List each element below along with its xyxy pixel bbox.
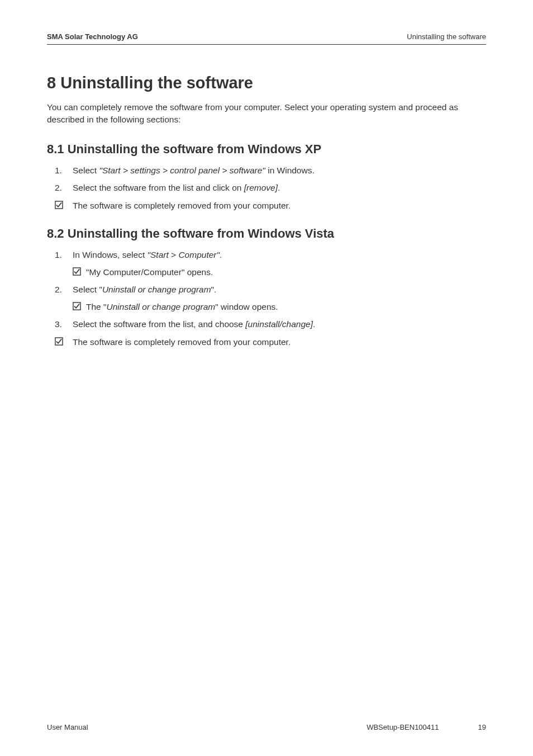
text-after: . xyxy=(220,250,222,259)
footer-right: WBSetup-BEN100411 19 xyxy=(367,723,486,731)
sub-text: "My Computer/Computer" opens. xyxy=(86,266,486,278)
list-item: 1. In Windows, select "Start > Computer"… xyxy=(47,249,486,278)
heading-8-1: 8.1 Uninstalling the software from Windo… xyxy=(47,142,486,157)
list-text: Select "Start > settings > control panel… xyxy=(73,164,486,177)
text-after: . xyxy=(313,319,315,329)
list-text: The software is completely removed from … xyxy=(73,336,486,348)
text-before: The software is completely removed from … xyxy=(73,337,291,347)
list-8-1: 1. Select "Start > settings > control pa… xyxy=(47,164,486,212)
checkbox-icon xyxy=(55,336,73,348)
list-marker: 2. xyxy=(55,284,73,313)
text-before: Select xyxy=(73,166,99,175)
sub-text: The "Uninstall or change program" window… xyxy=(86,301,486,313)
list-item: The software is completely removed from … xyxy=(47,336,486,348)
text-italic: Uninstall or change program xyxy=(107,302,216,311)
list-text: Select the software from the list, and c… xyxy=(73,318,486,330)
list-text: Select the software from the list and cl… xyxy=(73,182,486,194)
checkbox-icon xyxy=(73,301,86,313)
footer-doc-id: WBSetup-BEN100411 xyxy=(367,723,439,731)
list-item: 3. Select the software from the list, an… xyxy=(47,318,486,330)
page-header: SMA Solar Technology AG Uninstalling the… xyxy=(47,32,486,45)
text-before: Select " xyxy=(73,285,102,294)
header-company: SMA Solar Technology AG xyxy=(47,32,138,41)
intro-paragraph: You can completely remove the software f… xyxy=(47,101,486,126)
text-italic: Uninstall or change program xyxy=(102,285,211,294)
list-8-2: 1. In Windows, select "Start > Computer"… xyxy=(47,249,486,348)
text-italic: "Start > Computer" xyxy=(147,250,220,259)
sub-item: "My Computer/Computer" opens. xyxy=(73,266,486,278)
list-text: In Windows, select "Start > Computer". "… xyxy=(73,249,486,278)
text-before: The software is completely removed from … xyxy=(73,201,291,210)
text-before: Select the software from the list and cl… xyxy=(73,183,244,192)
header-section: Uninstalling the software xyxy=(407,32,486,41)
text-after: . xyxy=(278,183,280,192)
checkbox-icon xyxy=(55,200,73,212)
text-after: " window opens. xyxy=(215,302,278,311)
text-after: ". xyxy=(211,285,217,294)
list-text: Select "Uninstall or change program". Th… xyxy=(73,284,486,313)
list-marker: 3. xyxy=(55,318,73,330)
footer-page-number: 19 xyxy=(478,723,486,731)
page-footer: User Manual WBSetup-BEN100411 19 xyxy=(47,723,486,731)
text-before: The " xyxy=(86,302,107,311)
list-item: 1. Select "Start > settings > control pa… xyxy=(47,164,486,177)
list-marker: 2. xyxy=(55,182,73,194)
text-before: Select the software from the list, and c… xyxy=(73,319,245,329)
footer-left: User Manual xyxy=(47,723,88,731)
text-italic: [remove] xyxy=(244,183,278,192)
sub-item: The "Uninstall or change program" window… xyxy=(73,301,486,313)
list-marker: 1. xyxy=(55,249,73,278)
list-marker: 1. xyxy=(55,164,73,177)
list-item: 2. Select the software from the list and… xyxy=(47,182,486,194)
heading-8-2: 8.2 Uninstalling the software from Windo… xyxy=(47,226,486,241)
list-item: The software is completely removed from … xyxy=(47,200,486,212)
heading-1: 8 Uninstalling the software xyxy=(47,74,486,92)
text-italic: "Start > settings > control panel > soft… xyxy=(99,166,265,175)
list-item: 2. Select "Uninstall or change program".… xyxy=(47,284,486,313)
text-before: In Windows, select xyxy=(73,250,147,259)
text-italic: [uninstall/change] xyxy=(245,319,313,329)
checkbox-icon xyxy=(73,266,86,278)
text-after: in Windows. xyxy=(265,166,315,175)
list-text: The software is completely removed from … xyxy=(73,200,486,212)
